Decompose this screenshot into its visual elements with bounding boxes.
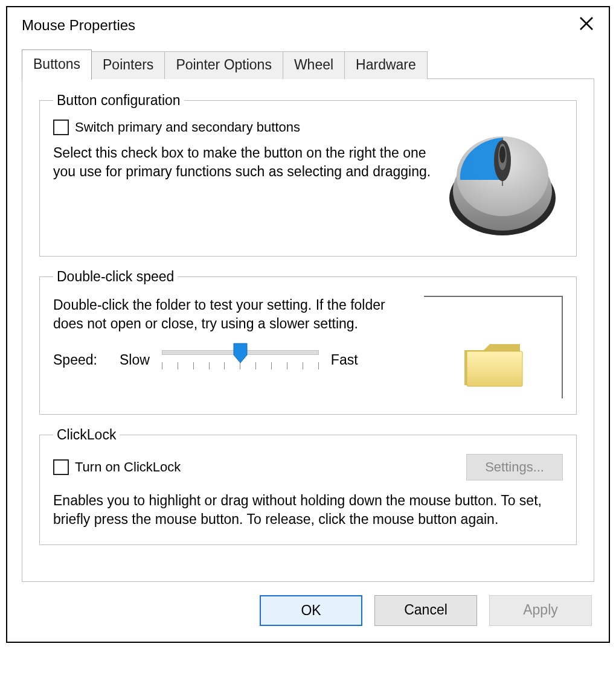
group-button-configuration: Button configuration Switch primary and …	[39, 92, 577, 257]
mouse-illustration	[442, 120, 563, 240]
double-click-test-folder[interactable]	[424, 296, 563, 398]
clicklock-label: Turn on ClickLock	[75, 459, 181, 475]
svg-rect-9	[467, 351, 522, 386]
group-clicklock-legend: ClickLock	[53, 427, 120, 443]
double-click-speed-slider[interactable]	[162, 345, 319, 374]
tabs-area: Buttons Pointers Pointer Options Wheel H…	[7, 49, 609, 582]
tab-panel-buttons: Button configuration Switch primary and …	[22, 78, 594, 582]
group-double-click-legend: Double-click speed	[53, 269, 178, 285]
speed-label: Speed:	[53, 352, 107, 368]
close-icon	[579, 16, 594, 31]
clicklock-description: Enables you to highlight or drag without…	[53, 491, 563, 529]
tab-wheel[interactable]: Wheel	[283, 51, 345, 79]
double-click-description: Double-click the folder to test your set…	[53, 296, 399, 333]
titlebar: Mouse Properties	[7, 7, 609, 49]
tab-hardware[interactable]: Hardware	[344, 51, 428, 79]
switch-buttons-label: Switch primary and secondary buttons	[75, 120, 300, 135]
group-double-click-speed: Double-click speed Double-click the fold…	[39, 269, 577, 415]
slider-ticks	[162, 362, 319, 371]
switch-buttons-checkbox[interactable]	[53, 120, 69, 135]
window-title: Mouse Properties	[22, 17, 135, 34]
slider-thumb-icon	[233, 343, 248, 363]
folder-icon	[460, 338, 526, 392]
apply-button: Apply	[489, 595, 592, 626]
mouse-icon	[442, 120, 563, 240]
clicklock-checkbox[interactable]	[53, 459, 69, 475]
switch-buttons-checkbox-row[interactable]: Switch primary and secondary buttons	[53, 120, 431, 135]
tab-strip: Buttons Pointers Pointer Options Wheel H…	[22, 49, 594, 79]
tab-buttons[interactable]: Buttons	[22, 49, 92, 80]
tab-pointers[interactable]: Pointers	[91, 51, 165, 79]
mouse-properties-dialog: Mouse Properties Buttons Pointers Pointe…	[6, 6, 610, 643]
dialog-button-bar: OK Cancel Apply	[7, 582, 609, 642]
tab-pointer-options[interactable]: Pointer Options	[164, 51, 283, 79]
slider-thumb[interactable]	[233, 343, 248, 363]
close-button[interactable]	[575, 16, 598, 34]
group-button-configuration-legend: Button configuration	[53, 92, 184, 109]
clicklock-checkbox-row[interactable]: Turn on ClickLock	[53, 459, 181, 475]
clicklock-settings-button: Settings...	[466, 454, 563, 480]
switch-buttons-description: Select this check box to make the button…	[53, 144, 431, 181]
ok-button[interactable]: OK	[260, 595, 362, 626]
fast-label: Fast	[331, 352, 358, 368]
slow-label: Slow	[120, 352, 150, 368]
cancel-button[interactable]: Cancel	[374, 595, 477, 626]
svg-point-8	[499, 146, 505, 163]
group-clicklock: ClickLock Turn on ClickLock Settings... …	[39, 427, 577, 545]
